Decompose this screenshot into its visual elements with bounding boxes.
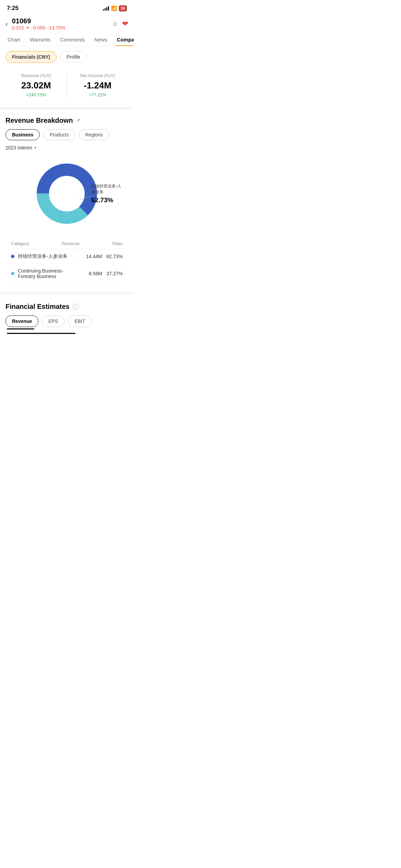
down-arrow-icon: ▼ [26,26,30,30]
status-icons: 📶 16 [103,5,127,11]
stock-info: 01069 0.315 ▼ -0.050 -13.70% [12,17,65,31]
row-revenue-1: 14.44M [78,254,102,259]
segment-tabs: Business Products Regions [5,129,128,140]
seg-tab-products[interactable]: Products [43,129,75,140]
svg-point-2 [50,177,84,211]
row-label-1: 持续经营业务-人参业务 [18,253,78,260]
back-button[interactable]: ‹ [5,20,8,28]
header-actions: ○ ❤ [113,20,128,28]
tab-underline [7,328,34,329]
estimate-tabs: Revenue EPS EBIT [5,315,128,327]
financial-summary: Revenue (YoY) 23.02M +240.75% Net Income… [0,66,134,101]
tab-warrants[interactable]: Warrants [25,33,55,46]
chart-label-text: 持续经营业务-人参业务 [91,183,121,195]
col-category: Category [11,241,29,246]
price-row: 0.315 ▼ -0.050 -13.70% [12,25,65,31]
estimates-title-row: Financial Estimates i [5,303,128,311]
seg-tab-regions[interactable]: Regions [79,129,109,140]
battery-icon: 16 [119,5,127,11]
signal-icon [103,6,109,11]
revenue-value: 23.02M [5,80,67,91]
price-change: -0.050 [32,25,46,31]
period-label: 2023 Interim [5,145,32,150]
nav-tabs: Chart Warrants Comments News Company [0,33,134,46]
table-row: Continuing Business-Forestry Business 8.… [11,264,123,284]
donut-chart-container: 持续经营业务-人参业务 62.73% [5,156,128,231]
status-time: 7:25 [7,5,19,12]
stock-ticker: 01069 [12,17,65,25]
price-change-pct: -13.70% [47,25,65,31]
est-tab-revenue[interactable]: Revenue [5,315,38,327]
row-ratio-1: 62.73% [102,254,123,259]
period-dropdown-icon: ▾ [34,145,36,150]
est-tab-eps[interactable]: EPS [42,315,64,327]
sub-tabs: Financials (CNY) Profile [0,46,134,66]
tab-company[interactable]: Company [112,33,134,46]
info-icon[interactable]: i [72,304,78,310]
est-tab-ebit[interactable]: EBIT [68,315,92,327]
revenue-label: Revenue (YoY) [5,73,67,78]
favorite-icon[interactable]: ❤ [122,20,128,28]
revenue-data-table: Category Revenue Ratio 持续经营业务-人参业务 14.44… [5,238,128,284]
row-dot-1 [11,255,14,258]
section-title-row: Revenue Breakdown ↗ [5,117,128,124]
chart-label: 持续经营业务-人参业务 62.73% [91,183,121,204]
tab-chart[interactable]: Chart [3,33,25,46]
net-income-change: +77.21% [67,92,129,97]
table-header: Category Revenue Ratio [11,238,123,249]
row-ratio-2: 37.27% [102,271,123,276]
revenue-breakdown-title: Revenue Breakdown [5,117,73,124]
revenue-breakdown-section: Revenue Breakdown ↗ Business Products Re… [0,110,134,284]
status-bar: 7:25 📶 16 [0,0,134,14]
sub-tab-financials[interactable]: Financials (CNY) [5,51,57,63]
revenue-summary: Revenue (YoY) 23.02M +240.75% [5,73,67,97]
fin-row: Revenue (YoY) 23.02M +240.75% Net Income… [5,73,128,97]
col-revenue: Revenue [62,241,80,246]
section-divider [0,107,134,110]
share-icon[interactable]: ↗ [76,117,80,124]
stock-price: 0.315 [12,25,24,31]
sub-tab-profile[interactable]: Profile [60,51,87,63]
estimates-title: Financial Estimates [5,303,70,311]
donut-chart [33,159,101,228]
header: ‹ 01069 0.315 ▼ -0.050 -13.70% ○ ❤ [0,14,134,33]
col-ratio: Ratio [112,241,123,246]
seg-tab-business[interactable]: Business [5,129,40,140]
financial-estimates-section: Financial Estimates i Revenue EPS EBIT [0,294,134,337]
period-selector[interactable]: 2023 Interim ▾ [5,145,128,150]
tab-comments[interactable]: Comments [55,33,90,46]
tab-news[interactable]: News [90,33,112,46]
table-row: 持续经营业务-人参业务 14.44M 62.73% [11,249,123,264]
row-label-2: Continuing Business-Forestry Business [18,268,78,279]
row-dot-2 [11,272,14,275]
row-revenue-2: 8.58M [78,271,102,276]
chart-label-pct: 62.73% [91,196,121,204]
section-divider-2 [0,292,134,294]
net-income-value: -1.24M [67,80,129,91]
wifi-icon: 📶 [111,5,117,11]
net-income-summary: Net Income (YoY) -1.24M +77.21% [67,73,129,97]
scroll-indicator [7,333,75,334]
net-income-label: Net Income (YoY) [67,73,129,78]
revenue-change: +240.75% [5,92,67,97]
header-left: ‹ 01069 0.315 ▼ -0.050 -13.70% [5,17,65,31]
search-icon[interactable]: ○ [113,20,117,28]
